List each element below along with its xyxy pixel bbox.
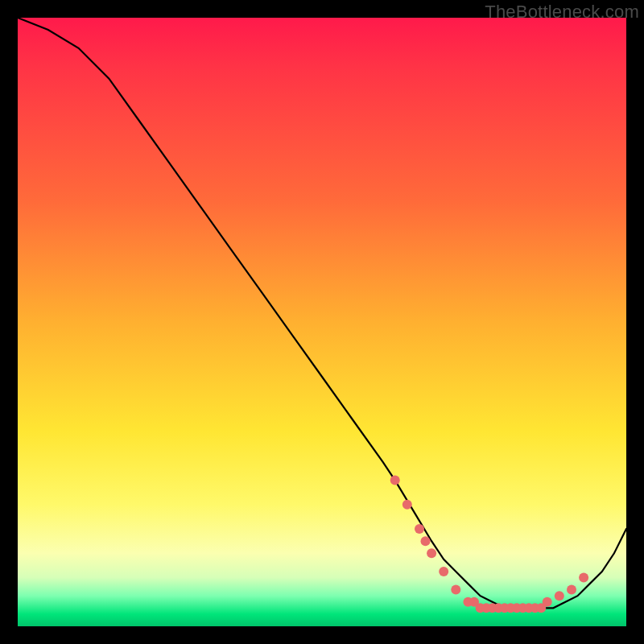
chart-marker [427, 548, 436, 558]
chart-marker [421, 536, 431, 546]
chart-markers-layer [390, 476, 588, 613]
chart-marker [439, 567, 448, 576]
chart-marker [390, 476, 400, 485]
chart-marker [567, 585, 576, 595]
chart-marker [555, 591, 564, 601]
chart-marker [415, 524, 424, 534]
chart-marker [451, 585, 460, 595]
chart-marker [543, 597, 552, 607]
chart-line-layer [18, 18, 626, 608]
chart-plot-area [18, 18, 626, 626]
bottleneck-curve [18, 18, 626, 608]
chart-svg [18, 18, 626, 626]
watermark-text: TheBottleneck.com [485, 2, 639, 23]
chart-marker [579, 573, 588, 583]
chart-stage: TheBottleneck.com [0, 0, 644, 644]
chart-marker [402, 500, 412, 510]
